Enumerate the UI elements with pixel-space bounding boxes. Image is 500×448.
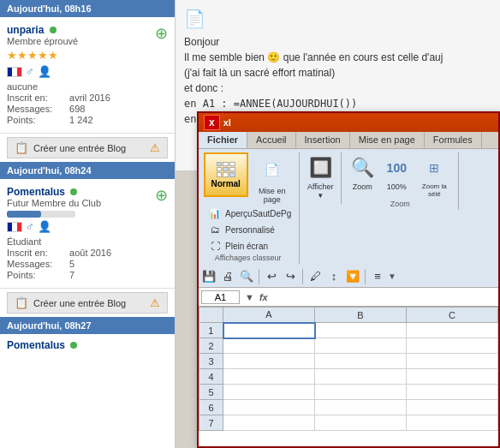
excel-toolbar: 💾 🖨 🔍 ↩ ↪ 🖊 ↕ 🔽 ≡ ▼ — [199, 266, 498, 288]
blog-btn-2[interactable]: 📋 Créer une entrée Blog ⚠ — [7, 292, 168, 314]
inscrit-label-2: Inscrit en: — [7, 248, 67, 258]
col-header-C[interactable]: C — [407, 308, 498, 323]
table-row: 1 — [199, 323, 498, 338]
inscrit-label: Inscrit en: — [7, 93, 67, 103]
cell-B1[interactable] — [315, 323, 407, 338]
cell-B6[interactable] — [315, 400, 407, 415]
group2-label: Zoom — [390, 200, 410, 208]
cell-A7[interactable] — [223, 415, 315, 431]
cell-A6[interactable] — [223, 400, 315, 415]
toolbar-paint[interactable]: 🖊 — [307, 268, 324, 285]
toolbar-redo[interactable]: ↪ — [282, 268, 299, 285]
cell-A2[interactable] — [223, 338, 315, 354]
zoom-label: Zoom — [353, 182, 372, 191]
col-header-B[interactable]: B — [315, 308, 407, 323]
user2-etudiant: Étudiant — [7, 236, 111, 247]
cell-C3[interactable] — [407, 354, 498, 369]
tab-accueil[interactable]: Accueil — [247, 132, 295, 148]
afficher-icon: 🔲 — [307, 154, 334, 182]
apercu-btn[interactable]: 📊 AperçuSautDePg — [205, 206, 294, 221]
cell-B2[interactable] — [315, 338, 407, 354]
toolbar-arrow: ▼ — [388, 272, 396, 281]
user2-progress-fill — [7, 211, 41, 218]
user1-stars: ★★★★★ — [7, 49, 110, 62]
cell-B5[interactable] — [315, 385, 407, 400]
blog-icon: 📋 — [15, 141, 28, 154]
cell-C2[interactable] — [407, 338, 498, 354]
cell-C7[interactable] — [407, 415, 498, 431]
user2-progress-bar — [7, 211, 75, 218]
user2-points: Points: 7 — [7, 270, 111, 280]
cell-A3[interactable] — [223, 354, 315, 369]
user2-online-dot — [70, 188, 77, 195]
toolbar-filter[interactable]: 🔽 — [344, 268, 361, 285]
cell-C4[interactable] — [407, 369, 498, 385]
blog-btn-1[interactable]: 📋 Créer une entrée Blog ⚠ — [7, 137, 168, 158]
blog-btn-2-label: Créer une entrée Blog — [33, 298, 126, 308]
cell-ref[interactable]: A1 — [201, 290, 240, 304]
toolbar-undo[interactable]: ↩ — [263, 268, 280, 285]
user2-flags: ♂ 👤 — [7, 220, 111, 233]
afficher-label: Afficher — [307, 182, 333, 191]
forum-header-2-text: Aujourd'hui, 08h24 — [7, 165, 92, 176]
row-header-5[interactable]: 5 — [199, 385, 223, 400]
user1-messages: Messages: 698 — [7, 104, 110, 114]
blog-btn-1-label: Créer une entrée Blog — [33, 143, 126, 153]
cell-C1[interactable] — [407, 323, 498, 338]
cell-A1[interactable] — [223, 323, 315, 338]
zoom-sele-icon: ⊞ — [420, 154, 448, 182]
message-line3: et donc : — [184, 81, 491, 96]
tab-fichier[interactable]: Fichier — [199, 132, 247, 148]
row-header-3[interactable]: 3 — [199, 354, 223, 369]
personnalise-btn[interactable]: 🗂 Personnalisé — [205, 222, 294, 237]
add-contact-icon-2[interactable]: ⊕ — [155, 186, 168, 205]
gender-icon-2: ♂ — [26, 220, 34, 233]
tab-mise-en-page[interactable]: Mise en page — [350, 132, 425, 148]
table-row: 5 — [199, 385, 498, 400]
row-header-2[interactable]: 2 — [199, 338, 223, 354]
toolbar-sort[interactable]: ↕ — [325, 268, 342, 285]
tab-formules[interactable]: Formules — [425, 132, 482, 148]
plein-ecran-btn[interactable]: ⛶ Plein écran — [205, 238, 294, 254]
toolbar-print[interactable]: 🖨 — [219, 268, 236, 285]
toolbar-save[interactable]: 💾 — [200, 268, 217, 285]
zoom-btn[interactable]: 🔍 Zoom — [347, 152, 378, 193]
cell-B7[interactable] — [315, 415, 407, 431]
zoom-pct-btn[interactable]: 100 100% — [381, 152, 412, 193]
row-header-6[interactable]: 6 — [199, 400, 223, 415]
cell-B3[interactable] — [315, 354, 407, 369]
toolbar-sep-1 — [259, 269, 259, 284]
cell-ref-dropdown[interactable]: ▼ — [243, 292, 256, 302]
row-header-4[interactable]: 4 — [199, 369, 223, 385]
normal-view-btn[interactable]: Normal — [204, 152, 248, 197]
afficher-btn[interactable]: 🔲 Afficher ▼ — [305, 152, 336, 201]
excel-window: x xl Fichier Accueil Insertion Mise en p… — [197, 111, 500, 448]
cell-B4[interactable] — [315, 369, 407, 385]
plein-ecran-label: Plein écran — [225, 242, 268, 251]
mise-en-page-btn[interactable]: 📄 Mise en page — [252, 152, 293, 206]
cell-A5[interactable] — [223, 385, 315, 400]
tab-insertion[interactable]: Insertion — [296, 132, 350, 148]
user1-points: Points: 1 242 — [7, 115, 110, 125]
toolbar-misc[interactable]: ≡ — [369, 268, 386, 285]
corner-header — [199, 308, 223, 323]
message-line1: Il me semble bien 🙂 que l'année en cours… — [184, 50, 491, 65]
zoom-pct-icon: 100 — [383, 154, 410, 182]
ribbon-group-zoom: 🔍 Zoom 100 100% ⊞ Zoom la sélé Zoom — [347, 152, 459, 210]
toolbar-preview[interactable]: 🔍 — [238, 268, 255, 285]
zoom-sele-btn[interactable]: ⊞ Zoom la sélé — [415, 152, 453, 200]
formula-input[interactable] — [271, 291, 496, 303]
normal-btn-label: Normal — [211, 179, 240, 188]
normal-view-icon — [217, 162, 235, 177]
personnalise-icon: 🗂 — [208, 223, 222, 236]
gender-icon: ♂ — [26, 65, 34, 78]
row-header-7[interactable]: 7 — [199, 415, 223, 431]
user3-online-dot — [70, 342, 77, 349]
ribbon-tabs: Fichier Accueil Insertion Mise en page F… — [199, 132, 498, 149]
cell-C5[interactable] — [407, 385, 498, 400]
cell-C6[interactable] — [407, 400, 498, 415]
add-contact-icon[interactable]: ⊕ — [155, 24, 168, 43]
cell-A4[interactable] — [223, 369, 315, 385]
col-header-A[interactable]: A — [223, 308, 315, 323]
row-header-1[interactable]: 1 — [199, 323, 223, 338]
